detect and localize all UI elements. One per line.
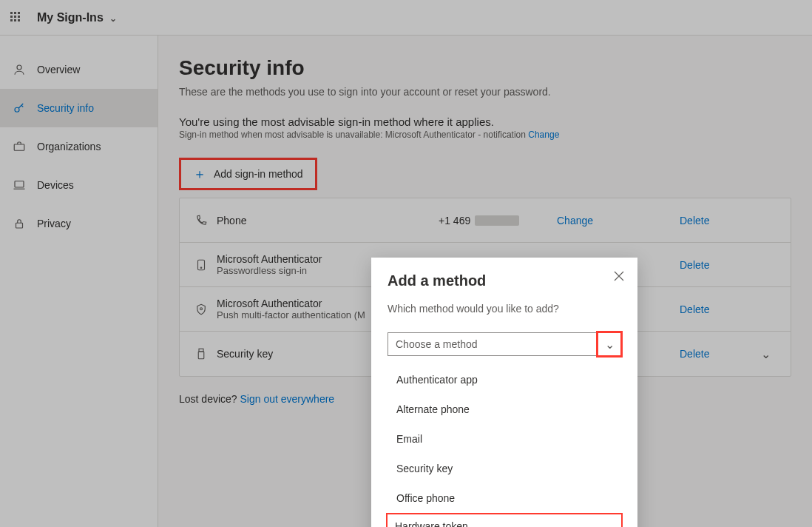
add-method-modal: Add a method Which method would you like… [371, 258, 637, 527]
app-title[interactable]: My Sign-Ins ⌄ [37, 11, 117, 24]
nav-label: Organizations [37, 141, 101, 152]
nav-organizations[interactable]: Organizations [0, 127, 158, 166]
advice-sub-label: Sign-in method when most advisable is un… [179, 130, 526, 140]
chevron-down-icon: ⌄ [109, 13, 117, 24]
nav-label: Privacy [37, 218, 71, 229]
nav-privacy[interactable]: Privacy [0, 204, 158, 243]
option-alternate-phone[interactable]: Alternate phone [388, 395, 621, 424]
sidebar: Overview Security info Organizations Dev… [0, 36, 158, 527]
lock-icon [12, 217, 27, 230]
advice-change-link[interactable]: Change [528, 130, 559, 140]
nav-security-info[interactable]: Security info [0, 89, 158, 127]
svg-point-7 [200, 307, 203, 309]
nav-label: Overview [37, 64, 80, 75]
option-email[interactable]: Email [388, 424, 621, 454]
svg-rect-3 [15, 181, 24, 187]
modal-prompt: Which method would you like to add? [388, 303, 621, 315]
key-icon [12, 101, 27, 115]
delete-link[interactable]: Delete [680, 348, 761, 360]
svg-point-1 [15, 107, 19, 112]
nav-label: Devices [37, 179, 74, 191]
method-row-phone: Phone +1 469 Change Delete [180, 198, 791, 243]
usb-key-icon [194, 347, 217, 360]
modal-title: Add a method [388, 272, 621, 289]
option-security-key[interactable]: Security key [388, 454, 621, 483]
redacted-value [475, 215, 519, 226]
nav-devices[interactable]: Devices [0, 166, 158, 204]
change-link[interactable]: Change [557, 215, 660, 226]
phone-icon [194, 214, 217, 227]
delete-link[interactable]: Delete [680, 215, 761, 226]
option-hardware-token[interactable]: Hardware token [386, 513, 623, 527]
method-name: Phone [217, 215, 439, 226]
method-value-prefix: +1 469 [439, 215, 470, 226]
method-select-placeholder: Choose a method [396, 338, 478, 350]
delete-link[interactable]: Delete [680, 259, 761, 271]
person-icon [12, 63, 27, 76]
authenticator-shield-icon [194, 303, 217, 316]
authenticator-icon [194, 258, 217, 272]
lost-device-label: Lost device? [179, 393, 237, 405]
option-authenticator-app[interactable]: Authenticator app [388, 365, 621, 395]
add-sign-in-method-label: Add sign-in method [214, 168, 303, 180]
svg-rect-2 [14, 144, 24, 150]
page-subtitle: These are the methods you use to sign in… [179, 86, 791, 98]
page-title: Security info [179, 56, 791, 80]
sign-out-everywhere-link[interactable]: Sign out everywhere [240, 393, 335, 405]
method-select[interactable]: Choose a method [388, 332, 621, 356]
svg-point-6 [200, 267, 202, 269]
svg-rect-9 [198, 352, 204, 359]
app-title-text: My Sign-Ins [37, 11, 104, 24]
laptop-icon [12, 178, 27, 192]
advice-subtext: Sign-in method when most advisable is un… [179, 130, 791, 140]
advice-text: You're using the most advisable sign-in … [179, 115, 791, 128]
plus-icon: ＋ [193, 167, 206, 181]
expand-chevron-icon[interactable]: ⌄ [761, 347, 776, 361]
briefcase-icon [12, 140, 27, 153]
close-icon[interactable] [614, 271, 624, 284]
option-office-phone[interactable]: Office phone [388, 483, 621, 513]
waffle-icon[interactable] [10, 12, 22, 24]
svg-rect-4 [16, 223, 23, 228]
nav-label: Security info [37, 102, 94, 114]
top-bar: My Sign-Ins ⌄ [0, 0, 812, 36]
add-sign-in-method-button[interactable]: ＋ Add sign-in method [179, 158, 317, 190]
svg-point-0 [17, 65, 21, 70]
method-dropdown-list: Authenticator app Alternate phone Email … [388, 365, 621, 527]
delete-link[interactable]: Delete [680, 303, 761, 315]
nav-overview[interactable]: Overview [0, 50, 158, 89]
